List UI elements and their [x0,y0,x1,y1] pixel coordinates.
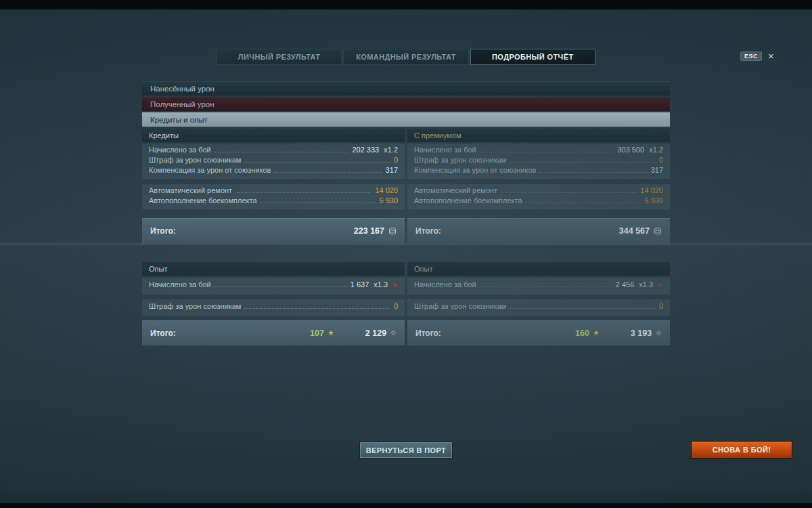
first-win-star-icon: ★ [656,281,663,289]
row-value: 14 020 [375,186,398,194]
tab-detailed-report[interactable]: ПОДРОБНЫЙ ОТЧЁТ [470,49,595,65]
row-label: Автоматический ремонт [149,186,232,194]
total-label: Итого: [415,226,441,236]
close-controls: ESC × [740,51,774,61]
row-label: Штраф за урон союзникам [414,156,506,164]
credits-panel-premium: С премиумом Начислено за бой 303 500 х1.… [407,129,670,244]
row-value: 0 [659,302,663,310]
row-label: Начислено за бой [149,280,211,289]
xp-base-total-bar: Итого: 107 ★ 2 129 ☆ [142,320,405,345]
letterbox-bottom [0,503,812,508]
table-row: Автоматический ремонт 14 020 [149,186,398,196]
table-row: Штраф за урон союзникам 0 [149,302,398,313]
credits-panel-base: Кредиты Начислено за бой 202 333 х1.2 Шт… [142,129,405,244]
section-credits-and-xp[interactable]: Кредиты и опыт [142,112,670,127]
dotted-leader [501,192,637,193]
table-row: Штраф за урон союзникам 0 [149,156,398,166]
xp-premium-row-penalty: Штраф за урон союзникам 0 [407,299,670,316]
row-value: 303 500 [617,146,644,154]
dotted-leader [244,162,390,163]
row-value: 5 930 [379,196,398,205]
tab-personal-result[interactable]: ЛИЧНЫЙ РЕЗУЛЬТАТ [217,49,342,65]
credits-premium-total-bar: Итого: 344 567 [407,218,670,244]
table-row: Компенсация за урон от союзников 317 [149,166,398,176]
xp-premium-row-earned: Начислено за бой 2 456 х1.3 ★ [407,278,670,295]
xp-base-header-label: Опыт [149,265,167,273]
row-label: Штраф за урон союзникам [414,302,506,310]
dotted-leader [244,308,390,309]
row-value: 0 [659,156,663,164]
total-label: Итого: [150,226,176,236]
row-value: 2 456 [616,280,635,289]
dotted-leader [215,287,347,287]
table-row: Начислено за бой 2 456 х1.3 ★ [414,280,663,291]
row-label: Начислено за бой [149,146,211,154]
esc-key-hint[interactable]: ESC [740,51,762,61]
xp-total-value: 3 193 [631,329,652,338]
credits-base-header-label: Кредиты [149,131,179,140]
row-label: Начислено за бой [414,280,476,289]
row-value: 14 020 [640,186,663,194]
free-xp-total-value: 107 [310,329,324,338]
xp-premium-total-bar: Итого: 160 ★ 3 193 ☆ [407,320,670,345]
row-multiplier: х1.2 [384,146,398,154]
dotted-leader [261,203,376,203]
tab-team-result[interactable]: КОМАНДНЫЙ РЕЗУЛЬТАТ [343,49,468,65]
dotted-leader [510,162,655,163]
table-row: Штраф за урон союзникам 0 [414,156,663,166]
dotted-leader [526,203,641,203]
row-value: 0 [394,156,398,164]
credits-premium-header: С премиумом [407,129,670,142]
row-label: Компенсация за урон от союзников [149,166,271,174]
section-damage-received-label: Полученный урон [150,100,215,108]
row-label: Автопополнение боекомплекта [414,196,522,205]
row-label: Компенсация за урон от союзников [414,166,536,174]
dotted-leader [274,172,382,173]
credits-base-rows-services: Автоматический ремонт 14 020 Автопополне… [142,184,405,209]
xp-base-row-earned: Начислено за бой 1 637 х1.3 ★ [142,278,405,295]
credits-base-header: Кредиты [142,129,405,142]
return-to-port-button[interactable]: ВЕРНУТЬСЯ В ПОРТ [359,442,453,459]
credits-coin-icon [654,228,662,235]
dotted-leader [215,152,349,152]
free-xp-total-value: 160 [575,329,589,338]
xp-total-value: 2 129 [365,329,386,338]
xp-base-header: Опыт [142,262,405,276]
row-label: Штраф за урон союзникам [149,156,241,164]
row-label: Автоматический ремонт [414,186,497,194]
table-row: Автоматический ремонт 14 020 [414,186,663,196]
xp-star-icon: ☆ [390,329,397,337]
section-damage-dealt[interactable]: Нанесённый урон [142,81,670,96]
free-xp-star-icon: ★ [328,329,334,337]
table-row: Начислено за бой 202 333 х1.2 [149,146,398,156]
total-label: Итого: [415,329,441,338]
credits-base-rows-main: Начислено за бой 202 333 х1.2 Штраф за у… [142,144,405,179]
row-multiplier: х1.2 [649,146,663,154]
section-credits-and-xp-label: Кредиты и опыт [150,116,208,124]
close-icon[interactable]: × [768,51,774,61]
battle-again-button[interactable]: СНОВА В БОЙ! [691,441,792,459]
dotted-leader [480,152,614,152]
credits-premium-rows-main: Начислено за бой 303 500 х1.2 Штраф за у… [407,144,670,179]
row-value: 317 [651,166,663,174]
table-row: Штраф за урон союзникам 0 [414,302,663,313]
xp-star-icon: ☆ [655,329,662,337]
credits-premium-header-label: С премиумом [414,131,461,140]
credits-coin-icon [388,228,397,235]
section-damage-received[interactable]: Полученный урон [142,97,670,111]
dotted-leader [480,287,612,287]
credits-base-total-bar: Итого: 223 167 [142,218,405,244]
total-label: Итого: [150,329,176,338]
row-label: Начислено за бой [414,146,476,154]
row-value: 5 930 [644,196,663,205]
credits-total-value: 223 167 [354,226,384,236]
xp-panel-base: Опыт Начислено за бой 1 637 х1.3 ★ Штраф… [142,262,405,345]
xp-panel-premium: Опыт Начислено за бой 2 456 х1.3 ★ Штраф… [407,262,670,345]
sea-horizon-line [0,242,812,246]
row-value: 1 637 [351,280,369,289]
section-damage-dealt-label: Нанесённый урон [150,85,215,93]
letterbox-top [0,0,812,9]
row-value: 202 333 [352,146,379,154]
table-row: Начислено за бой 1 637 х1.3 ★ [149,280,398,291]
dotted-leader [539,172,647,173]
